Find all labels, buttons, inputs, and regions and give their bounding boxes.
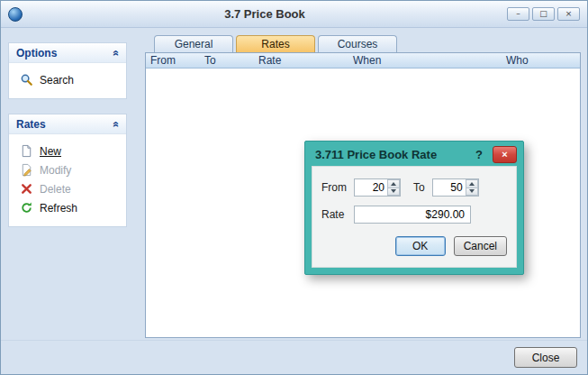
to-spinner (466, 179, 478, 196)
rate-input[interactable] (354, 206, 471, 224)
options-panel: Options » Search (8, 42, 127, 99)
window-controls: – □ × (507, 7, 580, 21)
app-icon (8, 7, 23, 22)
tab-general[interactable]: General (154, 35, 233, 52)
rates-panel-header[interactable]: Rates » (9, 114, 126, 134)
ok-button[interactable]: OK (395, 236, 446, 256)
refresh-icon (20, 201, 33, 215)
sidebar-item-new[interactable]: New (16, 142, 122, 160)
column-header-who[interactable]: Who (502, 53, 580, 68)
tab-courses[interactable]: Courses (318, 35, 397, 52)
sidebar-item-label: New (40, 145, 61, 158)
sidebar-item-delete[interactable]: Delete (16, 179, 122, 198)
column-header-from[interactable]: From (146, 53, 200, 68)
maximize-button[interactable]: □ (532, 7, 555, 21)
rate-row: Rate (321, 206, 507, 224)
dialog-title: 3.711 Price Book Rate (315, 148, 466, 161)
sidebar: Options » Search Rates » (8, 42, 127, 242)
to-label: To (413, 181, 425, 194)
dialog-close-button[interactable]: × (493, 146, 517, 163)
spinner-down-icon[interactable] (387, 188, 400, 197)
sidebar-item-label: Delete (40, 183, 71, 196)
column-header-when[interactable]: When (348, 53, 502, 68)
new-document-icon (20, 144, 33, 158)
footer-bar: Close (1, 340, 587, 374)
window-title: 3.7 Price Book (23, 7, 507, 21)
tab-rates[interactable]: Rates (236, 35, 315, 52)
close-button[interactable]: Close (514, 347, 577, 368)
close-window-button[interactable]: × (557, 7, 580, 21)
options-panel-title: Options (16, 47, 57, 59)
sidebar-item-search[interactable]: Search (16, 70, 122, 89)
from-label: From (321, 181, 354, 194)
modify-icon (20, 163, 33, 177)
cancel-button[interactable]: Cancel (454, 236, 507, 256)
dialog-body: From To Rate (312, 166, 517, 268)
rates-panel-title: Rates (16, 118, 46, 131)
spinner-up-icon[interactable] (387, 179, 400, 188)
sidebar-item-refresh[interactable]: Refresh (16, 198, 122, 217)
sidebar-item-label: Modify (40, 164, 71, 177)
dialog-titlebar: 3.711 Price Book Rate ? × (312, 142, 517, 166)
panel-collapse-icon[interactable]: » (110, 121, 122, 127)
column-header-to[interactable]: To (200, 53, 254, 68)
help-button[interactable]: ? (471, 148, 487, 161)
search-icon (20, 73, 33, 87)
price-book-window: 3.7 Price Book – □ × Options » Search (0, 0, 588, 375)
from-stepper (354, 178, 401, 197)
panel-collapse-icon[interactable]: » (110, 50, 122, 56)
minimize-button[interactable]: – (507, 7, 529, 21)
tab-strip: General Rates Courses (154, 35, 581, 52)
titlebar: 3.7 Price Book – □ × (1, 1, 587, 28)
rate-label: Rate (321, 208, 354, 221)
sidebar-item-label: Search (40, 74, 74, 87)
from-spinner (387, 179, 400, 196)
rates-panel: Rates » New Modify (8, 114, 127, 227)
options-panel-header[interactable]: Options » (9, 43, 126, 63)
sidebar-item-modify[interactable]: Modify (16, 160, 122, 179)
delete-icon (20, 182, 33, 196)
price-book-rate-dialog: 3.711 Price Book Rate ? × From To (304, 141, 524, 275)
to-stepper (432, 178, 479, 197)
grid-header-row: From To Rate When Who (146, 53, 580, 69)
dialog-buttons: OK Cancel (321, 236, 507, 256)
rates-panel-body: New Modify Delete (9, 134, 126, 226)
spinner-up-icon[interactable] (466, 179, 478, 188)
column-header-rate[interactable]: Rate (254, 53, 348, 68)
sidebar-item-label: Refresh (40, 202, 77, 215)
from-to-row: From To (321, 178, 507, 197)
options-panel-body: Search (9, 63, 126, 98)
spinner-down-icon[interactable] (466, 188, 478, 197)
